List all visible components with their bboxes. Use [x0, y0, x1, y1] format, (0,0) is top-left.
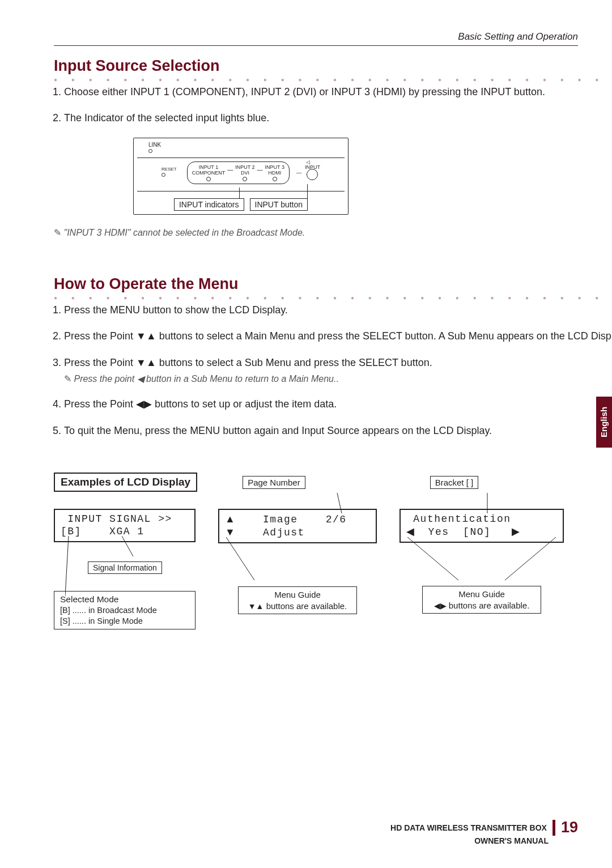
dot-rule: ● ● ● ● ● ● ● ● ● ● ● ● ● ● ● ● ● ● ● ● …: [54, 77, 612, 83]
section2-step2: Press the Point ▼▲ buttons to select a M…: [64, 329, 612, 343]
in3-sub: HDMI: [265, 170, 284, 176]
menu-guide-label-2: Menu Guide: [428, 589, 535, 600]
triangle-down-icon: ▼: [225, 526, 235, 538]
leader-line-icon: [407, 537, 464, 582]
lcd3-line1: Authentication: [406, 513, 511, 525]
in1-sub: COMPONENT: [192, 170, 226, 176]
selected-mode-title: Selected Mode: [60, 594, 189, 605]
callout-input-button: INPUT button: [250, 198, 308, 211]
in2-led-icon: [243, 177, 247, 181]
leader-line-icon: [226, 537, 260, 582]
triangle-left-icon: ◀: [434, 602, 440, 610]
lcd1-line1: INPUT SIGNAL >>: [61, 513, 172, 525]
triangle-down-icon: ▼: [248, 602, 256, 610]
in3-label: INPUT 3: [265, 164, 284, 170]
section1-title: Input Source Selection: [54, 57, 612, 75]
triangle-up-icon: ▲: [256, 602, 264, 610]
section2-step3: Press the Point ▼▲ buttons to select a S…: [64, 357, 432, 368]
section2-step4: Press the Point ◀▶ buttons to set up or …: [64, 397, 612, 411]
header-section-label: Basic Setting and Operation: [458, 31, 578, 42]
callout-indicators: INPUT indicators: [174, 198, 244, 211]
header-rule: Basic Setting and Operation: [54, 45, 578, 46]
selected-mode-s: [S] ...... in Single Mode: [60, 616, 189, 627]
section2-step5: To quit the Menu, press the MENU button …: [64, 424, 612, 437]
footer-line2: OWNER'S MANUAL: [390, 836, 549, 845]
svg-line-5: [337, 493, 342, 513]
svg-line-6: [226, 537, 254, 580]
page-number: 19: [561, 819, 578, 836]
leader-line-icon: [122, 536, 139, 559]
triangle-left-icon: ◀: [406, 526, 414, 537]
device-panel-diagram: LINK RESET INPUT 1COMPONENT — INPUT 2DVI: [133, 138, 348, 215]
reset-led-icon: [162, 173, 165, 177]
leader-line-icon: [499, 537, 556, 582]
section1-step1: Choose either INPUT 1 (COMPONENT), INPUT…: [64, 85, 612, 99]
section-operate-menu: How to Operate the Menu ● ● ● ● ● ● ● ● …: [54, 269, 578, 450]
in2-label: INPUT 2: [235, 164, 254, 170]
in1-label: INPUT 1: [192, 164, 226, 170]
lcd1-line2: [B] XGA 1: [61, 526, 144, 537]
section2-title: How to Operate the Menu: [54, 275, 612, 293]
triangle-right-icon: ▶: [512, 526, 520, 537]
menu-guide-label: Menu Guide: [244, 589, 351, 601]
menu-guide-lr: ◀▶ buttons are available.: [428, 600, 535, 611]
lcd2-line2: Adjust: [235, 527, 305, 538]
triangle-up-icon: ▲: [225, 513, 235, 525]
in3-led-icon: [273, 177, 277, 181]
reset-label: RESET: [162, 167, 177, 172]
leader-line-icon: [65, 536, 71, 598]
page-number-callout: Page Number: [243, 476, 305, 489]
page-footer: HD DATA WIRELESS TRANSMITTER BOX 19 OWNE…: [390, 819, 578, 845]
section2-step3-note: Press the point ◀ button in a Sub Menu t…: [64, 373, 612, 385]
selected-mode-b: [B] ...... in Broadcast Mode: [60, 605, 189, 616]
link-label: LINK: [148, 142, 161, 148]
lcd3-line2: Yes [NO]: [414, 526, 491, 538]
page: English Basic Setting and Operation Inpu…: [0, 0, 612, 868]
svg-line-4: [65, 536, 69, 596]
svg-line-9: [505, 537, 556, 580]
svg-line-3: [122, 536, 133, 556]
link-led-icon: [148, 149, 152, 153]
section1-note: "INPUT 3 HDMI" cannot be selected in the…: [54, 227, 612, 238]
dot-rule: ● ● ● ● ● ● ● ● ● ● ● ● ● ● ● ● ● ● ● ● …: [54, 295, 612, 301]
lcd-title: Examples of LCD Display: [54, 473, 197, 492]
section2-step1: Press the MENU button to show the LCD Di…: [64, 303, 612, 317]
in2-sub: DVI: [235, 170, 254, 176]
svg-line-8: [407, 537, 458, 580]
language-tab: English: [596, 397, 612, 448]
input-button-icon: [307, 169, 318, 180]
section-input-source: Input Source Selection ● ● ● ● ● ● ● ● ●…: [54, 50, 578, 253]
lcd2-line1: Image 2/6: [235, 514, 347, 525]
footer-separator-icon: [552, 820, 555, 836]
lcd-examples-section: Examples of LCD Display Page Number Brac…: [54, 473, 578, 629]
bracket-callout: Bracket [ ]: [430, 476, 479, 489]
section1-step2: The Indicator of the selected input ligh…: [64, 111, 612, 125]
leader-line-icon: [484, 493, 490, 516]
triangle-right-icon: ▶: [440, 602, 447, 610]
in1-led-icon: [206, 177, 211, 181]
menu-guide-va: ▼▲ ▼▲ buttons are available.buttons are …: [244, 601, 351, 612]
leader-line-icon: [332, 493, 343, 516]
footer-line1: HD DATA WIRELESS TRANSMITTER BOX: [390, 823, 547, 832]
signal-info-callout: Signal Information: [88, 561, 162, 574]
